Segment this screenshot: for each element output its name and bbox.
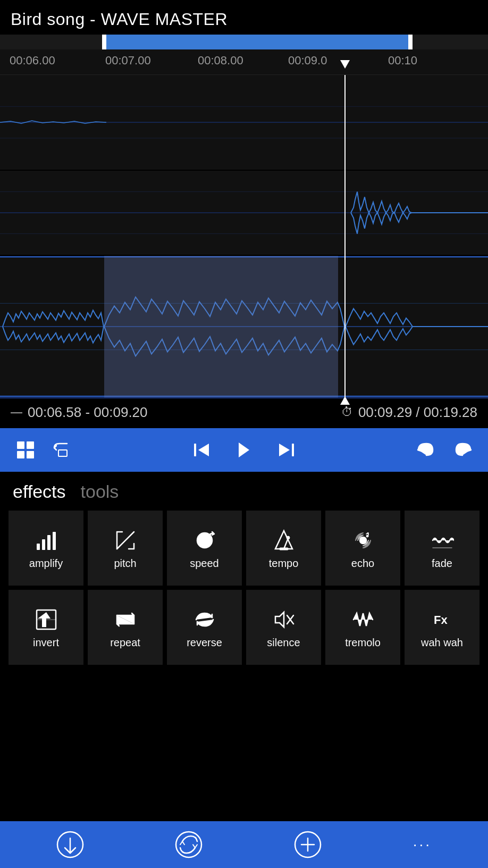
waveform-1 [0,75,488,170]
selection-handle-left[interactable] [102,35,106,49]
app-title: Bird song - WAVE MASTER [11,10,477,29]
waveform-2 [0,171,488,255]
tremolo-icon [351,608,375,631]
svg-rect-12 [27,441,34,449]
selection-icon: — [11,405,22,419]
effects-grid: amplify pitch speed [0,506,488,673]
fade-icon [431,529,454,552]
undo-icon [417,440,436,460]
svg-rect-11 [17,441,24,449]
status-right: ⏱ 00:09.29 / 00:19.28 [341,404,477,421]
status-bar: — 00:06.58 - 00:09.20 ⏱ 00:09.29 / 00:19… [0,396,488,428]
track-3-selection [104,256,338,397]
repeat-label: repeat [110,637,140,649]
svg-rect-35 [280,548,288,550]
play-button[interactable] [231,437,257,463]
pitch-label: pitch [114,557,136,570]
bottom-nav: ··· [0,821,488,868]
redo-icon [453,440,472,460]
transport-right [414,437,475,463]
echo-icon [351,529,375,552]
transport-left [13,437,74,463]
svg-marker-17 [198,444,209,456]
position-display: 00:09.29 / 00:19.28 [358,404,477,421]
playhead[interactable] [344,75,346,398]
svg-rect-23 [47,535,51,550]
transport-bar [0,428,488,472]
more-button[interactable]: ··· [413,836,432,853]
speed-button[interactable]: speed [167,511,242,586]
undo-selection-button[interactable] [49,437,74,463]
speed-icon [193,529,216,552]
selection-bar[interactable] [0,35,488,49]
pitch-icon [114,529,137,552]
svg-marker-32 [275,531,292,549]
invert-icon [35,608,58,631]
fade-label: fade [432,557,452,570]
wah-wah-icon: Fx [431,608,454,631]
echo-button[interactable]: echo [325,511,400,586]
svg-rect-19 [292,444,294,456]
wah-wah-button[interactable]: Fx wah wah [405,590,479,665]
svg-point-36 [360,537,366,544]
silence-icon [272,608,296,631]
reverse-button[interactable]: reverse [167,590,242,665]
fade-button[interactable]: fade [405,511,479,586]
svg-rect-24 [53,532,56,550]
track-2 [0,171,488,256]
add-button[interactable] [294,831,322,858]
transport-center [189,437,299,463]
invert-label: invert [33,637,59,649]
tab-effects[interactable]: effects [13,481,66,502]
selection-handle-right[interactable] [408,35,413,49]
pitch-button[interactable]: pitch [88,511,163,586]
track-1 [0,75,488,171]
skip-back-icon [192,440,211,460]
tabs-row: effects tools [0,472,488,506]
amplify-icon [35,529,58,552]
status-left: — 00:06.58 - 00:09.20 [11,404,148,421]
skip-forward-icon [277,440,296,460]
wah-wah-label: wah wah [421,637,463,649]
title-bar: Bird song - WAVE MASTER [0,0,488,35]
silence-button[interactable]: silence [246,590,321,665]
timeline-container: 00:06.00 00:07.00 00:08.00 00:09.0 00:10… [0,35,488,396]
svg-marker-20 [279,444,290,456]
tempo-label: tempo [269,557,299,570]
svg-rect-21 [37,544,40,550]
play-icon [234,440,254,460]
save-icon [56,831,84,858]
tab-tools[interactable]: tools [81,481,119,502]
skip-forward-button[interactable] [274,437,299,463]
reverse-icon [193,608,216,631]
svg-rect-22 [42,539,45,550]
tremolo-label: tremolo [345,637,381,649]
grid-icon [16,440,35,460]
svg-line-25 [117,532,134,549]
amplify-button[interactable]: amplify [9,511,83,586]
skip-back-button[interactable] [189,437,214,463]
repeat-icon [114,608,137,631]
undo-selection-icon [52,440,71,460]
svg-rect-13 [17,451,24,458]
svg-marker-18 [239,443,249,457]
save-button[interactable] [56,831,84,858]
time-ruler: 00:06.00 00:07.00 00:08.00 00:09.0 00:10… [0,49,488,75]
tracks-area [0,75,488,398]
undo-button[interactable] [414,437,439,463]
tempo-button[interactable]: tempo [246,511,321,586]
more-dots: ··· [413,836,432,853]
speed-label: speed [190,557,219,570]
tempo-icon [272,529,296,552]
svg-line-33 [284,538,288,549]
svg-text:Fx: Fx [434,613,448,627]
svg-point-34 [287,536,290,539]
invert-button[interactable]: invert [9,590,83,665]
svg-rect-14 [27,451,34,458]
svg-point-37 [366,535,368,537]
tremolo-button[interactable]: tremolo [325,590,400,665]
grid-button[interactable] [13,437,38,463]
repeat-button[interactable]: repeat [88,590,163,665]
redo-button[interactable] [450,437,475,463]
sync-button[interactable] [175,831,203,858]
